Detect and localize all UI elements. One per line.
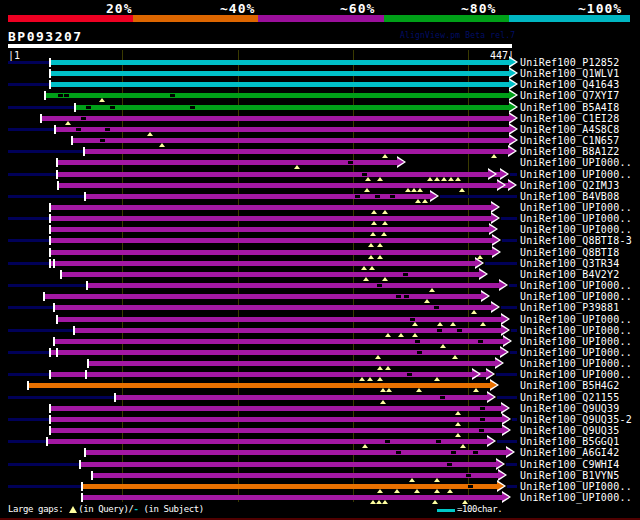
alignment-bar[interactable]: [50, 82, 509, 87]
subject-gap-dash: [100, 139, 105, 142]
alignment-bar[interactable]: [50, 261, 475, 266]
subject-gap-dash: [375, 195, 380, 198]
alignment-bar[interactable]: [55, 127, 509, 132]
hit-label[interactable]: UniRef100_UPI000..: [520, 347, 632, 358]
query-gap-marker-icon: [377, 177, 383, 181]
query-gap-marker-icon: [385, 366, 391, 370]
hit-label[interactable]: UniRef100_UPI000..: [520, 202, 632, 213]
query-gap-marker-icon: [382, 500, 388, 504]
hit-label[interactable]: UniRef100_UPI000..: [520, 291, 632, 302]
key-label: ~40%: [220, 1, 255, 16]
hit-label[interactable]: UniRef100_Q9UQ35-2: [520, 414, 632, 425]
hit-label[interactable]: UniRef100_Q41643: [520, 79, 620, 90]
hit-label[interactable]: UniRef100_B5GGQ1: [520, 436, 620, 447]
hit-label[interactable]: UniRef100_UPI000..: [520, 481, 632, 492]
alignment-bar[interactable]: [47, 439, 487, 444]
query-gap-marker-icon: [415, 199, 421, 203]
alignment-bar[interactable]: [50, 71, 509, 76]
hit-label[interactable]: UniRef100_UPI000..: [520, 336, 632, 347]
hit-label[interactable]: UniRef100_A4S8C8: [520, 124, 620, 135]
alignment-bar[interactable]: [58, 183, 508, 188]
coverage-underlay-right: [485, 262, 517, 265]
hit-label[interactable]: UniRef100_C1N657: [520, 135, 620, 146]
hit-label[interactable]: UniRef100_UPI000..: [520, 213, 632, 224]
hit-label[interactable]: UniRef100_UPI000..: [520, 325, 632, 336]
hsp-start-tick: [56, 170, 58, 179]
alignment-bar[interactable]: [82, 495, 502, 500]
hit-label[interactable]: UniRef100_Q7XYI7: [520, 90, 620, 101]
alignment-bar[interactable]: [50, 250, 492, 255]
alignment-bar[interactable]: [72, 138, 509, 143]
alignment-bar[interactable]: [54, 305, 491, 310]
alignment-bar[interactable]: [61, 272, 479, 277]
coverage-underlay-right: [511, 329, 517, 332]
hit-label[interactable]: UniRef100_C9WHI4: [520, 459, 620, 470]
alignment-bar[interactable]: [50, 350, 500, 355]
subject-gap-dash: [447, 463, 452, 466]
hit-label[interactable]: UniRef100_Q3TR34: [520, 258, 620, 269]
hit-label[interactable]: UniRef100_B5H4G2: [520, 380, 620, 391]
alignment-bar[interactable]: [50, 238, 492, 243]
alignment-bar[interactable]: [75, 105, 509, 110]
query-gap-marker-icon: [382, 154, 388, 158]
subject-gap-dash: [473, 451, 478, 454]
hit-label[interactable]: UniRef100_P12852: [520, 57, 620, 68]
hit-label[interactable]: UniRef100_C1EI28: [520, 113, 620, 124]
hit-label[interactable]: UniRef100_B4V2Y2: [520, 269, 620, 280]
alignment-bar[interactable]: [87, 283, 499, 288]
query-gap-marker-icon: [434, 377, 440, 381]
hit-label[interactable]: UniRef100_B1VYN5: [520, 470, 620, 481]
hit-label[interactable]: UniRef100_Q8BTI8-3: [520, 235, 632, 246]
hsp-start-tick: [79, 460, 81, 469]
alignment-bar[interactable]: [50, 372, 486, 377]
key-segment-cyan: [509, 15, 630, 22]
hit-label[interactable]: UniRef100_Q9UQ39: [520, 403, 620, 414]
hit-label[interactable]: UniRef100_UPI000..: [520, 369, 632, 380]
alignment-bar[interactable]: [45, 93, 509, 98]
arrowhead-icon: [430, 192, 437, 200]
hit-label[interactable]: UniRef100_Q2IMJ3: [520, 180, 620, 191]
hit-label[interactable]: UniRef100_UPI000..: [520, 280, 632, 291]
alignment-bar[interactable]: [50, 60, 509, 65]
alignment-bar[interactable]: [115, 395, 487, 400]
subject-gap-dash: [451, 451, 456, 454]
alignment-bar[interactable]: [88, 361, 495, 366]
alignment-bar[interactable]: [50, 417, 502, 422]
alignment-bar[interactable]: [50, 216, 491, 221]
hit-label[interactable]: UniRef100_UPI000..: [520, 314, 632, 325]
alignment-bar[interactable]: [41, 116, 509, 121]
hit-label[interactable]: UniRef100_Q21155: [520, 392, 620, 403]
hit-label[interactable]: UniRef100_Q9UQ35: [520, 425, 620, 436]
hit-label[interactable]: UniRef100_B8A1Z2: [520, 146, 620, 157]
hit-label[interactable]: UniRef100_UPI000..: [520, 169, 632, 180]
coverage-underlay-left: [8, 373, 49, 376]
arrowhead-icon: [397, 158, 404, 166]
hit-label[interactable]: UniRef100_UPI000..: [520, 224, 632, 235]
hit-label[interactable]: UniRef100_UPI000..: [520, 358, 632, 369]
query-gap-marker-icon: [434, 489, 440, 493]
hit-label[interactable]: UniRef100_Q8BTI8: [520, 247, 620, 258]
hit-label[interactable]: UniRef100_B4VB08: [520, 191, 620, 202]
subject-gap-dash: [437, 329, 442, 332]
hit-label[interactable]: UniRef100_B5A4I8: [520, 102, 620, 113]
hit-label[interactable]: UniRef100_UPI000..: [520, 492, 632, 503]
query-gap-marker-icon: [385, 333, 391, 337]
alignment-bar[interactable]: [80, 462, 496, 467]
alignment-bar[interactable]: [50, 205, 491, 210]
alignment-bar[interactable]: [50, 227, 489, 232]
alignment-bar[interactable]: [57, 317, 501, 322]
hit-label[interactable]: UniRef100_P39881: [520, 302, 620, 313]
alignment-bar[interactable]: [44, 294, 481, 299]
alignment-bar[interactable]: [85, 450, 506, 455]
hit-label[interactable]: UniRef100_Q1WLV1: [520, 68, 620, 79]
alignment-bar[interactable]: [54, 339, 503, 344]
alignment-bar[interactable]: [84, 149, 508, 154]
arrowhead-icon: [490, 381, 497, 389]
alignment-bar[interactable]: [50, 428, 502, 433]
alignment-bar[interactable]: [50, 406, 501, 411]
arrowhead-icon: [506, 448, 513, 456]
alignment-bar[interactable]: [57, 160, 397, 165]
hit-label[interactable]: UniRef100_UPI000..: [520, 157, 632, 168]
arrowhead-icon: [495, 359, 502, 367]
hit-label[interactable]: UniRef100_A6GI42: [520, 447, 620, 458]
